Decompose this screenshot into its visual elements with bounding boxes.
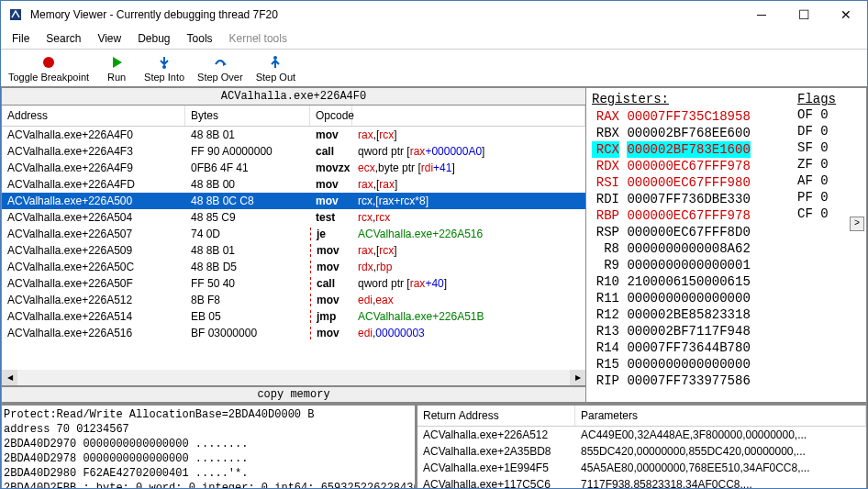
menu-search[interactable]: Search: [39, 30, 88, 47]
register-name: RAX: [592, 108, 619, 125]
step-over-button[interactable]: Step Over: [194, 51, 247, 84]
register-name: RBP: [592, 207, 619, 224]
register-row[interactable]: RIP 00007FF733977586: [592, 372, 866, 389]
register-value: 000000EC67FFF8D0: [627, 224, 750, 240]
register-name: RDI: [592, 191, 619, 207]
disasm-address: ACValhalla.exe+226A50C: [2, 261, 185, 273]
callstack-row[interactable]: ACValhalla.exe+2A35BD8855DC420,00000000,…: [417, 443, 866, 460]
minimize-button[interactable]: ─: [740, 1, 783, 28]
registers-panel: Registers: RAX 00007FF735C18958RBX 00000…: [586, 87, 867, 403]
disasm-opcode: mov: [310, 178, 352, 191]
register-value: 0000000000000001: [627, 257, 750, 273]
scroll-left-button[interactable]: ◀: [2, 370, 17, 385]
disasm-operands: rax,[rcx]: [352, 128, 585, 141]
disasm-operands: rax,[rcx]: [352, 244, 585, 257]
disasm-opcode: mov: [310, 128, 352, 141]
hex-line[interactable]: 2BDA40D2FBB : byte: 0 word: 0 integer: 0…: [4, 481, 413, 489]
play-icon: [109, 53, 124, 72]
register-row[interactable]: R13 000002BF7117F948: [592, 323, 866, 339]
disasm-row[interactable]: ACValhalla.exe+226A50448 85 C9testrcx,rc…: [2, 209, 585, 226]
disasm-bytes: 48 8B 0C C8: [185, 194, 310, 207]
register-name: R14: [592, 339, 619, 356]
svg-point-1: [43, 57, 54, 68]
disasm-address: ACValhalla.exe+226A516: [2, 327, 185, 339]
maximize-button[interactable]: ☐: [783, 1, 825, 28]
flags-label: Flags: [797, 92, 836, 106]
disasm-row[interactable]: ACValhalla.exe+226A5128B F8movedi,eax: [2, 292, 585, 308]
disasm-opcode: mov: [310, 294, 352, 306]
disasm-row[interactable]: ACValhalla.exe+226A50774 0DjeACValhalla.…: [2, 226, 585, 242]
step-into-button[interactable]: Step Into: [140, 51, 188, 84]
hex-line[interactable]: 2BDA40D2980 F62AE42702000401 .....'*.: [4, 466, 413, 481]
svg-point-5: [273, 56, 277, 60]
register-name: R15: [592, 356, 619, 372]
current-address-bar[interactable]: ACValhalla.exe+226A4F0: [2, 88, 585, 106]
disassembly-list[interactable]: ACValhalla.exe+226A4F048 8B 01movrax,[rc…: [2, 127, 585, 370]
register-row[interactable]: R11 0000000000000000: [592, 290, 866, 306]
step-out-icon: [268, 53, 283, 72]
hex-line[interactable]: 2BDA40D2970 0000000000000000 ........: [4, 437, 413, 451]
scroll-right-button[interactable]: ▶: [570, 370, 585, 385]
disasm-address: ACValhalla.exe+226A514: [2, 310, 185, 323]
register-name: RBX: [592, 125, 619, 141]
menu-tools[interactable]: Tools: [180, 30, 220, 47]
disasm-address: ACValhalla.exe+226A512: [2, 294, 185, 306]
hex-header-2: address 70 01234567: [4, 422, 413, 437]
close-button[interactable]: ✕: [825, 1, 867, 28]
disasm-row[interactable]: ACValhalla.exe+226A4F90FB6 4F 41movzxecx…: [2, 160, 585, 176]
flag-row[interactable]: OF 0: [797, 106, 836, 123]
flag-row[interactable]: CF 0: [797, 206, 836, 222]
register-value: 000000EC67FFF978: [627, 158, 750, 174]
register-name: RSI: [592, 174, 619, 191]
menu-debug[interactable]: Debug: [130, 30, 177, 47]
horizontal-scrollbar[interactable]: ◀ ▶: [2, 370, 585, 385]
register-row[interactable]: R15 0000000000000000: [592, 356, 866, 372]
disasm-row[interactable]: ACValhalla.exe+226A50048 8B 0C C8movrcx,…: [2, 193, 585, 209]
column-opcode[interactable]: Opcode: [310, 106, 352, 126]
register-row[interactable]: R10 2100006150000615: [592, 273, 866, 290]
hex-dump-panel[interactable]: Protect:Read/Write AllocationBase=2BDA40…: [1, 405, 416, 489]
disasm-opcode: call: [310, 277, 352, 290]
column-address[interactable]: Address: [2, 106, 185, 126]
register-value: 000002BF783E1600: [627, 141, 750, 158]
register-value: 0000000000000000: [627, 290, 750, 306]
callstack-row[interactable]: ACValhalla.exe+1E994F545A5AE80,00000000,…: [417, 460, 866, 476]
flag-row[interactable]: ZF 0: [797, 156, 836, 172]
callstack-list[interactable]: ACValhalla.exe+226A512AC449E00,32A448AE,…: [417, 427, 866, 489]
callstack-row[interactable]: ACValhalla.exe+117C5C67117F938,85823318,…: [417, 476, 866, 489]
disasm-row[interactable]: ACValhalla.exe+226A4F3FF 90 A0000000call…: [2, 143, 585, 160]
register-row[interactable]: R9 0000000000000001: [592, 257, 866, 273]
disasm-row[interactable]: ACValhalla.exe+226A50FFF 50 40callqword …: [2, 275, 585, 292]
register-row[interactable]: R14 00007FF73644B780: [592, 339, 866, 356]
flag-row[interactable]: SF 0: [797, 139, 836, 156]
column-parameters[interactable]: Parameters: [575, 406, 866, 426]
disasm-operands: edi,eax: [352, 294, 585, 306]
register-name: RIP: [592, 372, 619, 389]
menu-view[interactable]: View: [90, 30, 128, 47]
disasm-row[interactable]: ACValhalla.exe+226A4FD48 8B 00movrax,[ra…: [2, 176, 585, 193]
run-button[interactable]: Run: [98, 51, 135, 84]
expand-panel-button[interactable]: >: [850, 217, 864, 231]
disasm-row[interactable]: ACValhalla.exe+226A4F048 8B 01movrax,[rc…: [2, 127, 585, 143]
flag-value: 0: [820, 206, 828, 221]
register-row[interactable]: RSP 000000EC67FFF8D0: [592, 224, 866, 240]
disasm-row[interactable]: ACValhalla.exe+226A50C48 8B D5movrdx,rbp: [2, 259, 585, 275]
flag-row[interactable]: AF 0: [797, 172, 836, 189]
menu-file[interactable]: File: [5, 30, 37, 47]
column-operands[interactable]: [352, 106, 585, 126]
disasm-row[interactable]: ACValhalla.exe+226A514EB 05jmpACValhalla…: [2, 308, 585, 325]
flag-row[interactable]: DF 0: [797, 123, 836, 139]
disasm-row[interactable]: ACValhalla.exe+226A516BF 03000000movedi,…: [2, 325, 585, 341]
flag-row[interactable]: PF 0: [797, 189, 836, 206]
toggle-breakpoint-button[interactable]: Toggle Breakpoint: [5, 51, 93, 84]
hex-line[interactable]: 2BDA40D2978 0000000000000000 ........: [4, 451, 413, 466]
menu-kernel-tools[interactable]: Kernel tools: [222, 30, 295, 47]
register-row[interactable]: R12 000002BE85823318: [592, 306, 866, 323]
register-row[interactable]: R8 0000000000008A62: [592, 240, 866, 257]
disasm-address: ACValhalla.exe+226A500: [2, 194, 185, 207]
step-out-button[interactable]: Step Out: [252, 51, 299, 84]
column-bytes[interactable]: Bytes: [185, 106, 310, 126]
callstack-row[interactable]: ACValhalla.exe+226A512AC449E00,32A448AE,…: [417, 427, 866, 443]
column-return-address[interactable]: Return Address: [417, 406, 575, 426]
disasm-row[interactable]: ACValhalla.exe+226A50948 8B 01movrax,[rc…: [2, 242, 585, 259]
